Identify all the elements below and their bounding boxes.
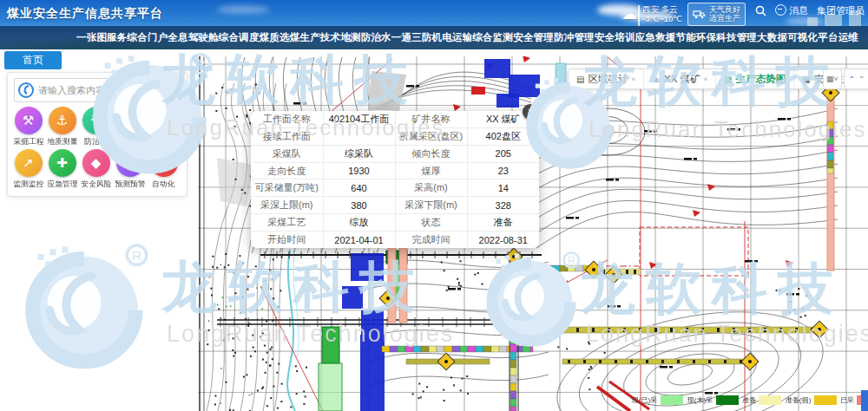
field-value: 综放 [323,214,395,232]
search-icon [155,84,168,96]
field-value: 328 [467,197,539,214]
table-row: 走向长度1930煤厚23 [251,162,539,179]
field-label: 煤厚 [395,162,467,179]
nav-item-9[interactable]: 综合监测 [472,31,513,44]
close-icon[interactable]: × [523,104,538,120]
messages-button[interactable]: 消息 [775,4,808,17]
pick-icon: ⚒ [15,107,43,134]
nav-item-16[interactable]: 大数据可视化 [757,31,818,44]
nav-item-7[interactable]: 一通三防 [391,31,432,44]
legend-item-0: 现(已)采 [630,395,683,406]
nav-item-14[interactable]: 节能环保 [675,31,716,44]
chevron-down-icon: ˅ [631,75,635,83]
first-aid-icon: ✚ [49,149,76,177]
app-label: 监测监控 [13,179,43,190]
nav-item-0[interactable]: 一张图服务 [76,31,128,44]
risk-gem-icon: ◆ [82,149,110,177]
nav-item-4[interactable]: 煤质选煤 [260,31,300,44]
map-icon: ▦ [724,75,732,84]
app-item-0[interactable]: ⚒采掘工程 [11,107,45,147]
field-label: 完成时间 [395,232,467,248]
user-menu[interactable]: 集团管理员 [817,4,865,17]
field-label: 倾向长度 [395,145,467,162]
nav-item-13[interactable]: 应急救援 [635,31,676,44]
nav-item-5[interactable]: 生产技术 [299,31,340,44]
nav-item-17[interactable]: 平台运维 [818,31,858,44]
app-item-9[interactable]: ◈自动化 [147,149,181,190]
app-item-4[interactable]: ⚡机电运输 [147,107,181,147]
anchor-icon: ⚓ [49,107,76,134]
workface-info-popup: 工作面名称402104工作面矿井名称XX 煤矿接续工作面所属采区(盘区)402盘… [251,111,539,248]
field-value: 综采队 [323,145,395,162]
field-value: 402盘区 [467,127,539,145]
page-title: 煤业安全生产信息共享平台 [7,6,163,22]
field-label: 开始时间 [251,232,323,248]
weather-cloud-icon: ☁ [621,4,637,23]
toolbar-item-1[interactable]: ▲XX 煤矿˅ [643,69,715,88]
search-icon[interactable] [755,5,766,16]
app-label: 机电运输 [148,137,179,147]
app-grid: ⚒采掘工程⚓地质测量☔防治水≣一通三防⚡机电运输↗监测监控✚应急管理◆安全风险⚠… [11,106,183,191]
field-label: 采煤工艺 [251,214,323,232]
cloud-decoration [217,5,269,14]
nav-item-2[interactable]: 全息驾驶舱 [168,31,219,44]
app-item-6[interactable]: ✚应急管理 [45,149,79,190]
field-value: 2022-08-31 [467,232,539,248]
workface-info-table: 工作面名称402104工作面矿井名称XX 煤矿接续工作面所属采区(盘区)402盘… [251,111,539,248]
toolbar-more-button[interactable]: ▦˅ [823,68,842,89]
field-label: 采深下限(m) [395,197,467,214]
weather-status-text: 天气良好 适宜生产 [709,5,740,23]
legend-swatch [759,395,781,405]
water-icon: ☔ [82,107,110,134]
app-label: 自动化 [152,179,174,190]
app-label: 一通三防 [115,137,145,147]
nav-items: 一张图服务综合门户全息驾驶舱综合调度煤质选煤生产技术地测防治水一通三防机电运输综… [24,31,868,44]
cloud-decoration [786,17,825,25]
toolbar-item-0[interactable]: ▤区域统计˅ [569,69,643,88]
app-item-7[interactable]: ◆安全风险 [79,149,113,190]
weather-temp: -3℃~10℃ [642,14,682,23]
legend-item-2: 准备 [741,395,781,406]
weather-condition: 多云 [661,4,678,14]
field-value: 准备 [467,214,539,232]
scrollbar-fragment[interactable] [861,390,868,411]
nav-item-12[interactable]: 安全培训 [595,31,635,44]
nav-item-11[interactable]: 防冲管理 [554,31,595,44]
app-item-2[interactable]: ☔防治水 [79,107,113,147]
nav-item-1[interactable]: 综合门户 [128,31,168,44]
nav-item-10[interactable]: 安全管理 [513,31,554,44]
chevron-up-icon: ⌃ [848,75,855,84]
monitor-icon: ↗ [15,149,43,177]
search-button[interactable] [142,78,181,102]
nav-item-6[interactable]: 地测防治水 [340,31,391,44]
field-label: 可采储量(万吨) [251,179,323,197]
toolbar-collapse-button[interactable]: ⌃⌃ [844,68,868,89]
nav-item-3[interactable]: 综合调度 [219,31,260,44]
chevron-up-icon: ⌃ [858,75,865,84]
ventilation-icon: ≣ [116,107,144,134]
toolbar-item-2[interactable]: ▦生产态势图 [715,69,793,88]
app-label: 地质测量 [47,137,77,147]
field-label: 所属采区(盘区) [395,127,467,145]
toolbar-item-label: XX 煤矿 [664,73,700,86]
app-item-3[interactable]: ≣一通三防 [113,107,147,147]
app-item-8[interactable]: ⚠预测预警 [113,149,147,190]
header-right-actions: 消息 集团管理员 [755,4,865,17]
app-item-1[interactable]: ⚓地质测量 [45,107,79,147]
nav-item-15[interactable]: 科技管理 [716,31,757,44]
field-value: 640 [323,179,395,197]
toolbar-item-label: 区域统计 [588,73,628,86]
map-icon: ▦ [802,75,810,84]
nav-item-8[interactable]: 机电运输 [432,31,473,44]
grid-icon: ▤ [576,75,584,84]
search-input[interactable] [35,85,142,95]
main-nav-bar: 一张图服务综合门户全息驾驶舱综合调度煤质选煤生产技术地测防治水一通三防机电运输综… [0,26,868,49]
field-value: 23 [467,162,539,179]
app-item-5[interactable]: ↗监测监控 [11,149,45,190]
app-label: 预测预警 [115,179,145,190]
longruan-logo-icon [17,82,35,99]
tab-home[interactable]: 首页 [4,51,62,69]
message-icon [775,4,786,16]
automation-icon: ◈ [150,149,178,177]
weather-status-box: 天气良好 适宜生产 [687,3,746,26]
